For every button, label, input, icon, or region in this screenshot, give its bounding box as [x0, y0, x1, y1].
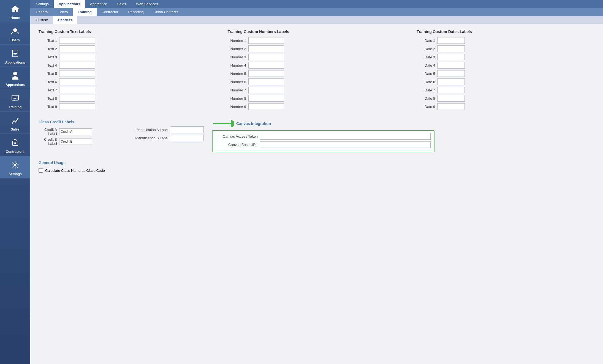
text-labels-rows: Text 1Text 2Text 3Text 4Text 5Text 6Text…	[39, 37, 217, 110]
sidebar-label-apprentices: Apprentices	[6, 83, 25, 87]
sidebar-label-users: Users	[10, 38, 20, 42]
identification-input-1[interactable]	[171, 135, 204, 141]
sales-icon	[9, 114, 21, 126]
sidebar-label-settings: Settings	[9, 172, 21, 176]
canvas-input-0[interactable]	[260, 133, 431, 140]
label-input-7[interactable]	[59, 95, 95, 102]
label-row: Date 2	[417, 45, 595, 52]
sidebar-item-apprentices[interactable]: Apprentices	[0, 67, 30, 89]
label-input-0[interactable]	[248, 37, 284, 44]
label-row: Number 6	[228, 78, 406, 85]
identification-row: Identification A Label	[124, 126, 204, 133]
label-row: Number 1	[228, 37, 406, 44]
label-input-6[interactable]	[437, 87, 465, 93]
sidebar-item-users[interactable]: Users	[0, 22, 30, 45]
label-input-2[interactable]	[437, 54, 465, 60]
label-input-6[interactable]	[59, 87, 95, 93]
label-input-1[interactable]	[437, 45, 465, 52]
number-labels-rows: Number 1Number 2Number 3Number 4Number 5…	[228, 37, 406, 110]
primary-tab-applications[interactable]: Applications	[54, 0, 85, 8]
label-row-name-3: Text 4	[39, 63, 59, 67]
label-input-7[interactable]	[248, 95, 284, 102]
label-row: Date 1	[417, 37, 595, 44]
label-input-0[interactable]	[437, 37, 465, 44]
label-row: Date 4	[417, 62, 595, 69]
secondary-tab-training[interactable]: Training	[73, 8, 97, 16]
label-row: Number 8	[228, 95, 406, 102]
primary-tab-apprentice[interactable]: Apprentice	[85, 0, 112, 8]
label-input-5[interactable]	[437, 78, 465, 85]
contractors-icon	[9, 137, 21, 149]
label-input-6[interactable]	[248, 87, 284, 93]
date-labels-title: Training Custom Dates Labels	[417, 29, 595, 34]
label-input-2[interactable]	[248, 54, 284, 60]
number-labels-title-prefix: Training	[228, 29, 243, 34]
secondary-tab-reporting[interactable]: Reporting	[123, 8, 148, 16]
label-row: Text 5	[39, 70, 217, 77]
label-row-name-8: Date 9	[417, 105, 437, 109]
label-input-1[interactable]	[59, 45, 95, 52]
label-row-name-5: Date 6	[417, 80, 437, 84]
tertiary-tab-custom[interactable]: Custom	[31, 16, 53, 24]
credit-label-input-1[interactable]	[59, 138, 92, 145]
date-labels-title-main: Custom Dates Labels	[433, 29, 472, 34]
sidebar-item-sales[interactable]: Sales	[0, 112, 30, 134]
calculate-class-name-checkbox[interactable]	[39, 168, 43, 173]
sidebar-item-home[interactable]: Home	[0, 0, 30, 22]
label-row-name-5: Number 6	[228, 80, 248, 84]
label-input-5[interactable]	[59, 78, 95, 85]
sidebar-item-contractors[interactable]: Contractors	[0, 134, 30, 156]
number-labels-title-main: Custom Numbers Labels	[244, 29, 289, 34]
svg-point-15	[14, 142, 16, 144]
credit-label-row: Credit B Label	[39, 137, 116, 146]
svg-rect-6	[13, 76, 17, 76]
secondary-tab-users[interactable]: Users	[53, 8, 73, 16]
svg-point-11	[13, 120, 15, 121]
label-row: Date 3	[417, 54, 595, 60]
secondary-tab-unioncontacts[interactable]: Union Contacts	[149, 8, 183, 16]
label-row-name-6: Date 7	[417, 88, 437, 92]
label-row-name-0: Text 1	[39, 39, 59, 43]
label-input-3[interactable]	[59, 62, 95, 69]
svg-point-12	[15, 121, 16, 123]
label-input-8[interactable]	[437, 103, 465, 110]
label-input-4[interactable]	[248, 70, 284, 77]
label-row-name-8: Text 9	[39, 105, 59, 109]
class-credit-title: Class Credit Labels	[39, 120, 116, 124]
sidebar-item-settings[interactable]: Settings	[0, 156, 30, 178]
label-input-3[interactable]	[437, 62, 465, 69]
label-input-4[interactable]	[437, 70, 465, 77]
label-input-3[interactable]	[248, 62, 284, 69]
label-row-name-6: Text 7	[39, 88, 59, 92]
identification-input-0[interactable]	[171, 126, 204, 133]
label-input-5[interactable]	[248, 78, 284, 85]
label-row-name-1: Number 2	[228, 47, 248, 51]
label-row: Number 4	[228, 62, 406, 69]
users-icon	[9, 25, 21, 37]
primary-tab-bar: SettingsApplicationsApprenticeSalesWeb S…	[30, 0, 603, 8]
primary-tab-sales[interactable]: Sales	[112, 0, 131, 8]
secondary-tab-contractor[interactable]: Contractor	[97, 8, 123, 16]
label-row: Number 5	[228, 70, 406, 77]
label-input-7[interactable]	[437, 95, 465, 102]
secondary-tab-general[interactable]: General	[31, 8, 53, 16]
canvas-input-1[interactable]	[260, 141, 431, 148]
sidebar-label-applications: Applications	[5, 61, 25, 64]
label-input-8[interactable]	[248, 103, 284, 110]
label-input-4[interactable]	[59, 70, 95, 77]
label-row: Date 5	[417, 70, 595, 77]
label-row: Date 8	[417, 95, 595, 102]
label-row: Text 4	[39, 62, 217, 69]
tertiary-tab-headers[interactable]: Headers	[53, 16, 77, 24]
primary-tab-settings[interactable]: Settings	[31, 0, 54, 8]
credit-label-input-0[interactable]	[59, 128, 92, 135]
label-row: Date 6	[417, 78, 595, 85]
primary-tab-webservices[interactable]: Web Services	[131, 0, 163, 8]
label-input-8[interactable]	[59, 103, 95, 110]
sidebar-item-training[interactable]: Training	[0, 89, 30, 112]
label-input-2[interactable]	[59, 54, 95, 60]
sidebar-item-applications[interactable]: Applications	[0, 45, 30, 67]
applications-icon	[9, 47, 21, 59]
label-input-1[interactable]	[248, 45, 284, 52]
label-input-0[interactable]	[59, 37, 95, 44]
